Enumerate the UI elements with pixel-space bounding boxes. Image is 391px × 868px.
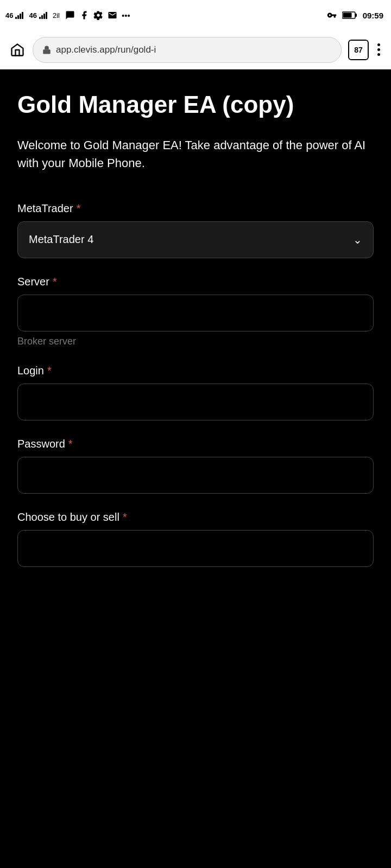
metatrader-required: * <box>77 202 81 215</box>
tab-count[interactable]: 87 <box>348 40 369 60</box>
main-content: Gold Manager EA (copy) Welcome to Gold M… <box>0 69 391 606</box>
signal-indicator-1: 46 <box>5 11 13 20</box>
status-bar: 46 46 2il ••• 09:59 <box>0 0 391 30</box>
svg-rect-3 <box>43 49 51 54</box>
battery-icon <box>342 11 357 20</box>
svg-rect-2 <box>355 14 357 17</box>
signal-bars-2 <box>39 11 47 19</box>
time-display: 09:59 <box>363 11 383 20</box>
choose-required: * <box>123 511 127 524</box>
password-group: Password * <box>17 438 374 494</box>
signal-indicator-3: 2il <box>53 11 60 20</box>
page-title: Gold Manager EA (copy) <box>17 91 374 119</box>
login-label: Login * <box>17 365 374 377</box>
settings-icon <box>93 10 103 20</box>
password-label: Password * <box>17 438 374 450</box>
metatrader-group: MetaTrader * MetaTrader 4 ⌄ <box>17 202 374 258</box>
browser-bar: app.clevis.app/run/gold-i 87 <box>0 30 391 69</box>
server-group: Server * Broker server <box>17 276 374 347</box>
browser-menu-button[interactable] <box>375 41 382 58</box>
server-required: * <box>53 276 57 288</box>
more-dots: ••• <box>122 11 130 20</box>
url-bar[interactable]: app.clevis.app/run/gold-i <box>33 37 342 63</box>
server-hint: Broker server <box>17 336 374 347</box>
facebook-icon <box>79 10 89 20</box>
home-button[interactable] <box>9 41 26 59</box>
metatrader-select[interactable]: MetaTrader 4 ⌄ <box>17 221 374 258</box>
status-bar-right: 09:59 <box>327 10 383 20</box>
metatrader-label: MetaTrader * <box>17 202 374 215</box>
key-icon <box>327 10 337 20</box>
login-input[interactable] <box>17 384 374 420</box>
status-bar-left: 46 46 2il ••• <box>5 10 130 20</box>
gmail-icon <box>108 10 117 20</box>
choose-input[interactable] <box>17 530 374 567</box>
signal-indicator-2: 46 <box>29 11 36 20</box>
password-input[interactable] <box>17 457 374 494</box>
message-icon <box>65 10 75 20</box>
lock-icon <box>42 45 52 55</box>
page-description: Welcome to Gold Manager EA! Take advanta… <box>17 136 374 172</box>
url-text: app.clevis.app/run/gold-i <box>56 44 156 55</box>
signal-bars-1 <box>15 11 23 19</box>
server-label: Server * <box>17 276 374 288</box>
svg-rect-1 <box>343 13 351 18</box>
login-required: * <box>47 365 52 377</box>
choose-label: Choose to buy or sell * <box>17 511 374 524</box>
chevron-down-icon: ⌄ <box>353 233 362 246</box>
server-input[interactable] <box>17 295 374 331</box>
password-required: * <box>68 438 73 450</box>
choose-group: Choose to buy or sell * <box>17 511 374 567</box>
login-group: Login * <box>17 365 374 420</box>
